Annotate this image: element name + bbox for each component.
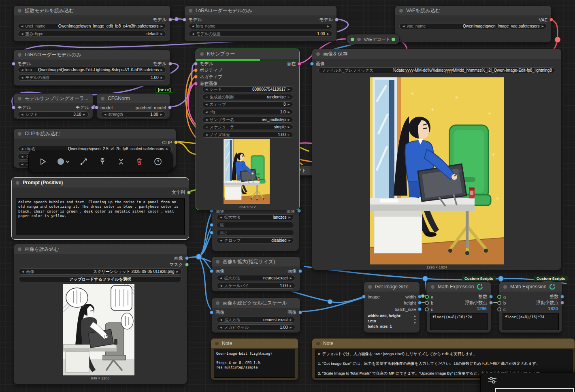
model-port-icon[interactable] xyxy=(194,62,198,66)
widget-unet-name[interactable]: unet_nameQwenImage\qwen_image_edit_fp8_e… xyxy=(18,23,166,29)
upload-file-button[interactable]: アップロードするファイルを選択 xyxy=(19,276,182,282)
mask-port-icon[interactable] xyxy=(185,263,189,266)
selection-toolbox[interactable]: ? xyxy=(28,151,172,172)
node-prompt-positive[interactable]: Prompt (Positive) 文字列 delete speech bubb… xyxy=(11,177,189,240)
node-lora-loader-top[interactable]: LoRAローダーモデルのみ モデル モデル lora_name モデルの強度1.… xyxy=(184,5,337,42)
int-port-icon[interactable] xyxy=(418,301,422,305)
node-load-image[interactable]: 画像を読み込む 画像 マスク 画像スクリーンショット 2025-09-05 01… xyxy=(13,244,187,384)
input-model[interactable]: モデル xyxy=(12,105,31,110)
prev-arrow-icon[interactable] xyxy=(205,88,207,91)
input-model[interactable]: モデル xyxy=(194,61,213,66)
run-button[interactable] xyxy=(37,156,49,167)
corner-input-box[interactable] xyxy=(495,388,574,392)
prev-arrow-icon[interactable] xyxy=(220,277,222,279)
node-ksampler[interactable]: Kサンプラー モデル 潜在 ポジティブ ネガティブ 潜在画像 シード808006… xyxy=(196,49,300,210)
pin-button[interactable] xyxy=(96,156,109,167)
widget-model-strength[interactable]: モデルの強度1.00 xyxy=(18,75,166,81)
next-arrow-icon[interactable] xyxy=(288,118,290,121)
output-float[interactable]: 浮動小数点 xyxy=(465,300,493,305)
input-width[interactable] xyxy=(210,222,213,228)
sliders-icon[interactable] xyxy=(488,376,497,384)
output-model[interactable]: モデル xyxy=(319,17,339,22)
next-arrow-icon[interactable] xyxy=(290,318,292,321)
widget-model-strength[interactable]: モデルの強度1.00 xyxy=(189,31,332,37)
next-arrow-icon[interactable] xyxy=(161,68,163,71)
node-color-button[interactable] xyxy=(55,156,72,167)
output-height[interactable]: height xyxy=(404,300,422,305)
input-image[interactable]: 画像 xyxy=(210,268,224,274)
widget-megapixels[interactable]: メガピクセル1.00 xyxy=(217,324,295,330)
prev-arrow-icon[interactable] xyxy=(21,147,23,150)
next-arrow-icon[interactable] xyxy=(327,32,329,35)
input-negative[interactable]: ネガティブ xyxy=(194,74,222,79)
widget-shift[interactable]: シフト3.10 xyxy=(18,111,89,117)
widget-weight-dtype[interactable]: 重みdtypedefault xyxy=(18,31,166,37)
widget-seed[interactable]: シード808006754118917 xyxy=(202,86,293,92)
model-port-icon[interactable] xyxy=(91,106,95,109)
output-image[interactable]: 画像 xyxy=(174,256,189,261)
collapsed-output-port-icon[interactable] xyxy=(392,38,395,41)
next-arrow-icon[interactable] xyxy=(542,25,544,28)
output-patched-model[interactable]: patched_model xyxy=(136,105,172,110)
next-arrow-icon[interactable] xyxy=(290,284,292,287)
prev-arrow-icon[interactable] xyxy=(402,25,405,28)
widget-crop[interactable]: クロップdisabled xyxy=(217,237,294,243)
next-arrow-icon[interactable] xyxy=(161,76,163,79)
output-float[interactable]: 浮動小数点 xyxy=(536,300,564,305)
prev-arrow-icon[interactable] xyxy=(220,239,222,242)
int-port-icon[interactable] xyxy=(418,295,422,298)
next-arrow-icon[interactable] xyxy=(327,25,329,28)
next-arrow-icon[interactable] xyxy=(288,88,290,91)
output-string[interactable]: 文字列 xyxy=(172,190,191,195)
widget-strength[interactable]: strength1.00 xyxy=(101,111,166,117)
float-port-icon[interactable] xyxy=(489,301,493,305)
prev-arrow-icon[interactable] xyxy=(104,113,106,116)
model-port-icon[interactable] xyxy=(183,18,186,21)
input-model[interactable]: モデル xyxy=(183,17,202,22)
delete-button[interactable] xyxy=(133,156,145,167)
corner-settings-panel[interactable] xyxy=(480,373,575,392)
int-port-icon[interactable] xyxy=(210,223,213,227)
widget-upscale-method[interactable]: 拡大方法nearest-exact xyxy=(217,275,295,281)
widget-denoise[interactable]: ノイズ除去1.00 xyxy=(202,132,293,138)
int-port-icon[interactable] xyxy=(418,307,422,311)
input-model[interactable]: model xyxy=(95,105,113,110)
output-image[interactable]: 画像 xyxy=(288,268,302,274)
number-port-icon[interactable] xyxy=(497,307,501,311)
input-a[interactable]: a xyxy=(497,294,506,299)
image-port-icon[interactable] xyxy=(298,269,302,273)
next-arrow-icon[interactable] xyxy=(288,96,290,98)
output-width[interactable]: width xyxy=(405,294,422,299)
prev-arrow-icon[interactable] xyxy=(205,118,207,121)
prev-arrow-icon[interactable] xyxy=(205,103,207,106)
widget-lora-name[interactable]: lora_name xyxy=(189,23,332,29)
node-upscale-image-sized[interactable]: 画像を拡大(指定サイズ) 画像 画像 拡大方法nearest-exact スケー… xyxy=(211,256,300,292)
next-arrow-icon[interactable] xyxy=(289,239,291,242)
widget-lora-name[interactable]: lora ...QwenImage\Qwen-Image-Edit-Lightn… xyxy=(18,67,166,73)
output-clip[interactable]: CLIP xyxy=(162,140,178,145)
input-a[interactable]: a xyxy=(425,294,433,299)
collapsed-input-port-icon[interactable] xyxy=(351,38,354,41)
input-image[interactable]: 画像 xyxy=(210,310,224,315)
latent-port-icon[interactable] xyxy=(194,82,198,85)
prev-arrow-icon[interactable] xyxy=(220,326,222,329)
prev-arrow-icon[interactable] xyxy=(192,32,194,35)
input-model[interactable]: モデル xyxy=(12,61,31,66)
node-math-expression-2[interactable]: Math Expression a b c 整数 浮動小数点 1824 floo… xyxy=(499,281,562,333)
node-scale-to-megapixels[interactable]: 画像を総ピクセルにスケール 画像 画像 拡大方法nearest-exact メガ… xyxy=(211,298,300,333)
output-model[interactable]: モデル xyxy=(153,17,172,22)
info-scrollbar[interactable] xyxy=(413,314,416,324)
prev-arrow-icon[interactable] xyxy=(21,25,23,28)
model-port-icon[interactable] xyxy=(12,106,15,109)
next-arrow-icon[interactable] xyxy=(290,277,292,279)
model-port-icon[interactable] xyxy=(335,18,339,21)
number-port-icon[interactable] xyxy=(497,295,501,299)
int-port-icon[interactable] xyxy=(560,295,564,298)
prev-arrow-icon[interactable] xyxy=(205,126,207,128)
next-arrow-icon[interactable] xyxy=(161,25,163,28)
input-latent-image[interactable]: 潜在画像 xyxy=(194,81,217,86)
input-c[interactable]: c xyxy=(497,307,506,312)
next-arrow-icon[interactable] xyxy=(166,147,168,150)
input-image[interactable]: 画像 xyxy=(310,61,325,66)
input-b[interactable]: b xyxy=(497,300,506,305)
